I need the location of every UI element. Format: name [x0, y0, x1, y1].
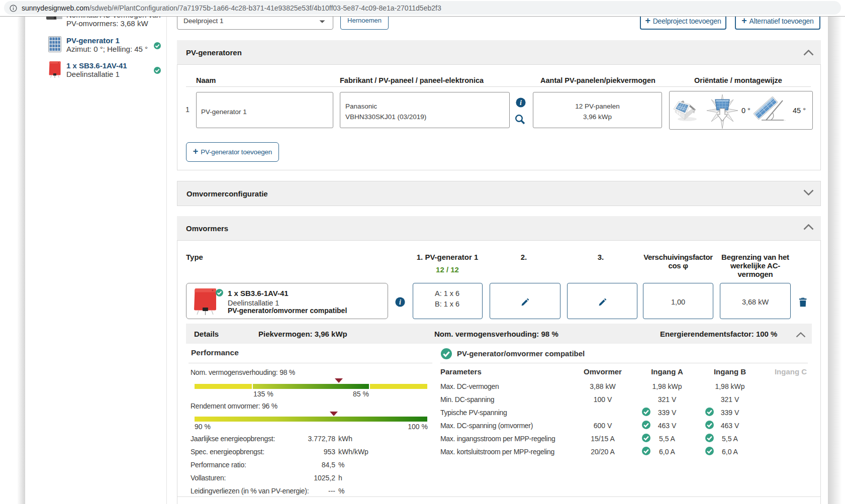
svg-text:i: i: [520, 99, 522, 107]
svg-text:i: i: [399, 298, 401, 306]
